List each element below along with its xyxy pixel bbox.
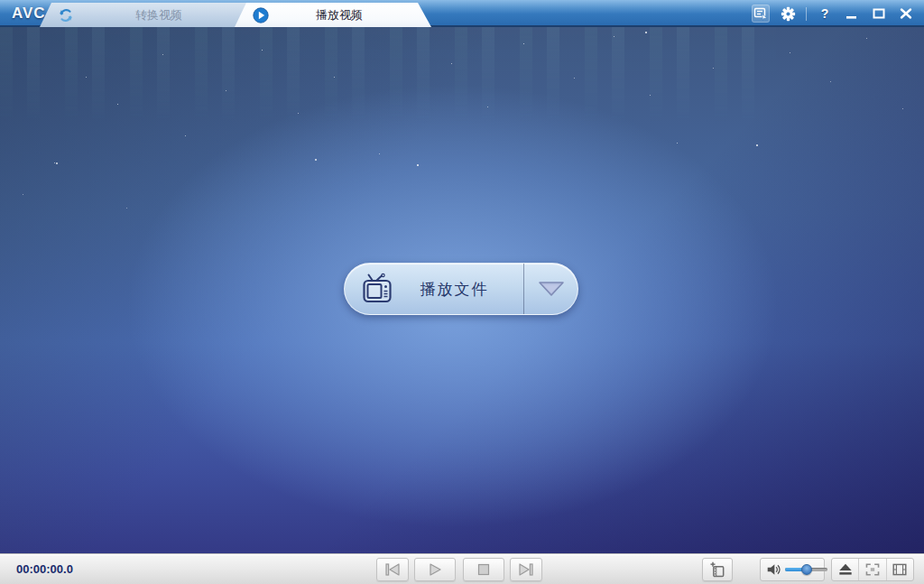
- panel-list-icon[interactable]: [752, 5, 770, 23]
- stop-icon: [476, 562, 491, 577]
- fullscreen-icon: [864, 562, 881, 577]
- eject-icon: [837, 562, 854, 577]
- titlebar: AVC 转换视频 播放视频: [0, 0, 924, 27]
- play-icon: [427, 562, 443, 577]
- tab-play-label: 播放视频: [269, 7, 410, 23]
- maximize-icon[interactable]: [870, 5, 888, 23]
- help-button[interactable]: ?: [816, 5, 834, 23]
- tab-convert-video[interactable]: 转换视频: [40, 3, 265, 27]
- play-file-main[interactable]: 播放文件: [345, 264, 523, 314]
- view-controls: [831, 558, 914, 581]
- play-file-dropdown-button[interactable]: [524, 264, 578, 314]
- volume-slider[interactable]: [785, 564, 824, 575]
- volume-control: [760, 558, 825, 581]
- close-icon[interactable]: [897, 5, 915, 23]
- film-mode-button[interactable]: [886, 559, 913, 580]
- tv-icon: [360, 273, 394, 305]
- play-file-button[interactable]: 播放文件: [344, 263, 578, 315]
- eject-button[interactable]: [832, 559, 858, 580]
- play-file-label: 播放文件: [394, 279, 523, 300]
- film-frame-icon: [892, 562, 908, 577]
- volume-thumb[interactable]: [801, 564, 812, 575]
- speaker-icon[interactable]: [765, 561, 781, 578]
- add-to-convert-list-button[interactable]: [702, 558, 733, 581]
- play-button[interactable]: [414, 558, 456, 581]
- previous-track-button[interactable]: [376, 558, 409, 581]
- elapsed-time: 00:00:00.0: [16, 562, 73, 576]
- player-canvas: 播放文件: [0, 27, 924, 553]
- titlebar-controls: ?: [752, 0, 915, 27]
- previous-track-icon: [383, 562, 402, 577]
- dropdown-arrow-icon: [537, 281, 566, 297]
- aurora-backdrop: [0, 27, 776, 126]
- playback-bar: 00:00:00.0: [0, 553, 924, 584]
- fullscreen-button[interactable]: [858, 559, 885, 580]
- stars-bright: [0, 27, 2, 29]
- app-window: AVC 转换视频 播放视频: [0, 0, 924, 584]
- stop-button[interactable]: [463, 558, 504, 581]
- next-track-button[interactable]: [510, 558, 542, 581]
- minimize-icon[interactable]: [843, 5, 861, 23]
- tab-play-video[interactable]: 播放视频: [235, 3, 431, 27]
- play-circle-icon: [253, 7, 269, 23]
- gear-icon[interactable]: [779, 5, 797, 23]
- sync-icon: [58, 7, 74, 23]
- titlebar-divider: [806, 7, 807, 21]
- next-track-icon: [517, 562, 535, 577]
- add-video-icon: [708, 561, 726, 579]
- tab-convert-label: 转换视频: [74, 7, 244, 23]
